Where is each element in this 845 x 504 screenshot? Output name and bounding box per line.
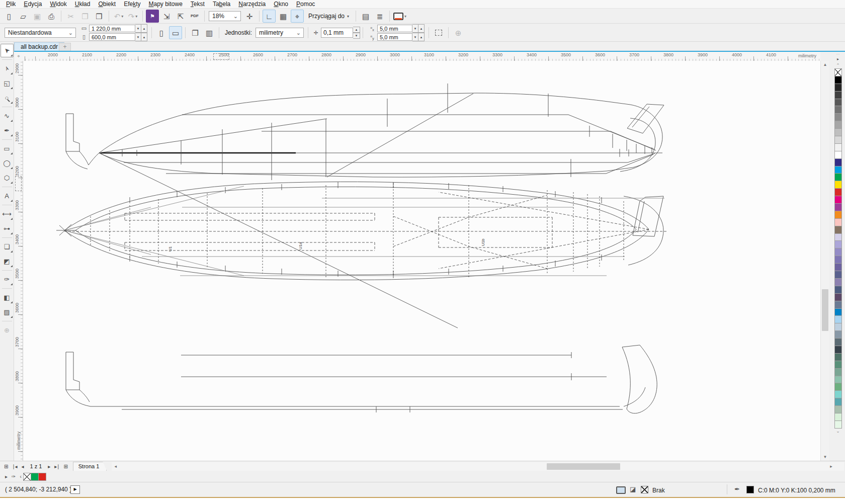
palette-swatch[interactable] — [834, 91, 842, 99]
palette-swatch[interactable] — [834, 76, 842, 84]
zoom-tool[interactable]: ○ — [1, 91, 14, 105]
no-color-swatch[interactable] — [23, 473, 31, 481]
palette-swatch[interactable] — [834, 323, 842, 331]
duplicate-distance-y-field[interactable]: 5,0 mm — [377, 33, 412, 41]
paste-button[interactable]: ❒ — [93, 10, 106, 23]
palette-swatch[interactable] — [834, 188, 842, 196]
add-page-end-button[interactable]: ⊞ — [61, 464, 69, 469]
snap-to-button[interactable]: Przyciągaj do▾ — [304, 10, 353, 23]
redo-button[interactable]: ↷▾ — [126, 10, 139, 23]
landscape-orientation-button[interactable]: ▭ — [169, 26, 182, 39]
palette-swatch[interactable] — [834, 346, 842, 354]
nudge-distance-field[interactable]: 0,1 mm — [321, 28, 353, 38]
add-page-start-button[interactable]: ⊞ — [2, 464, 10, 469]
open-button[interactable]: ▱ — [17, 10, 30, 23]
menu-item-obiekt[interactable]: Obiekt — [94, 0, 120, 9]
palette-swatch[interactable] — [834, 113, 842, 121]
palette-flyout-icon[interactable]: ▸ — [837, 57, 839, 63]
duplicate-distance-x-field[interactable]: 5,0 mm — [377, 25, 412, 32]
menu-item-okno[interactable]: Okno — [270, 0, 292, 9]
palette-swatch[interactable] — [834, 390, 842, 398]
object-properties-button[interactable]: ≣ — [373, 10, 386, 23]
first-page-button[interactable]: ∣◂ — [10, 464, 19, 469]
menu-item-mapy-bitowe[interactable]: Mapy bitowe — [144, 0, 186, 9]
menu-item-tekst[interactable]: Tekst — [187, 0, 209, 9]
new-document-button[interactable]: ▯ — [3, 10, 16, 23]
next-page-button[interactable]: ▸ — [46, 464, 52, 469]
fill-color-swatch[interactable] — [641, 486, 648, 493]
show-rulers-button[interactable]: ∟ — [263, 10, 276, 23]
treat-as-filled-button[interactable] — [432, 26, 445, 39]
undo-button[interactable]: ↶▾ — [112, 10, 125, 23]
document-palette-swatch[interactable] — [38, 473, 46, 481]
palette-swatch[interactable] — [834, 256, 842, 264]
previous-page-button[interactable]: ◂ — [19, 464, 26, 469]
interactive-fill-tool[interactable]: ▨ — [1, 305, 14, 319]
palette-swatch[interactable] — [834, 136, 842, 144]
palette-swatch[interactable] — [834, 383, 842, 391]
zoom-to-page-button[interactable]: ✛ — [243, 10, 256, 23]
ruler-origin-button[interactable]: ⌖ — [14, 52, 23, 61]
palette-swatch[interactable] — [834, 263, 842, 271]
coordinates-options-button[interactable]: ▶ — [70, 485, 80, 494]
menu-item-plik[interactable]: Plik — [2, 0, 20, 9]
palette-swatch[interactable] — [834, 308, 842, 316]
scroll-left-icon[interactable]: ◂ — [112, 462, 119, 471]
page-height-spinner[interactable]: ▼▲ — [135, 33, 147, 41]
print-button[interactable]: ⎙ — [45, 10, 58, 23]
palette-swatch[interactable] — [834, 376, 842, 384]
palette-swatch[interactable] — [834, 158, 842, 166]
color-proof-icon[interactable] — [616, 486, 626, 494]
current-page-size-button[interactable]: ▥ — [203, 26, 216, 39]
page-height-field[interactable]: 600,0 mm — [89, 33, 135, 41]
spin-up-icon[interactable]: ▲ — [141, 24, 147, 33]
page-tab[interactable]: Strona 1 — [73, 462, 107, 471]
spin-up-icon[interactable]: ▲ — [141, 33, 147, 41]
palette-swatch[interactable] — [834, 368, 842, 376]
menu-item-pomoc[interactable]: Pomoc — [292, 0, 319, 9]
palette-scroll-down-icon[interactable]: ⌄ — [836, 429, 840, 435]
palette-swatch[interactable] — [834, 315, 842, 323]
document-tab[interactable]: all backup.cdr — [14, 42, 64, 51]
page-size-preset-combo[interactable]: Niestandardowa ⌄ — [5, 28, 76, 38]
palette-swatch[interactable] — [834, 301, 842, 309]
export-button[interactable]: ⇱ — [174, 10, 187, 23]
all-pages-size-button[interactable]: ❐ — [189, 26, 202, 39]
artistic-media-tool[interactable]: ✒ — [1, 124, 14, 137]
palette-swatch[interactable] — [834, 181, 842, 189]
publish-to-pdf-button[interactable]: PDF — [188, 10, 201, 23]
nudge-spinner[interactable]: ▲▼ — [353, 27, 360, 39]
palette-swatch[interactable] — [834, 405, 842, 413]
duplicate-y-spinner[interactable]: ▼▲ — [412, 33, 425, 41]
palette-swatch[interactable] — [834, 83, 842, 92]
palette-swatch[interactable] — [834, 286, 842, 294]
spin-down-icon[interactable]: ▼ — [135, 33, 141, 41]
palette-swatch[interactable] — [834, 338, 842, 346]
pick-tool[interactable]: ➤ — [1, 44, 14, 57]
crop-tool[interactable]: ◱ — [1, 76, 14, 90]
drawing-canvas[interactable]: U1 U1a U1b — [23, 61, 820, 461]
hull-drawing[interactable]: U1 U1a U1b — [23, 61, 820, 461]
portrait-orientation-button[interactable]: ▯ — [155, 26, 168, 39]
scroll-up-icon[interactable]: ▲ — [821, 61, 829, 68]
units-combo[interactable]: milimetry ⌄ — [256, 28, 304, 38]
vertical-ruler[interactable]: 2900300031003200330034003500360037003800… — [14, 61, 23, 461]
palette-swatch[interactable] — [834, 211, 842, 219]
palette-swatch[interactable] — [834, 143, 842, 151]
scroll-right-icon[interactable]: ▸ — [827, 462, 835, 471]
menu-item-edycja[interactable]: Edycja — [20, 0, 46, 9]
rectangle-tool[interactable]: ▭ — [1, 142, 14, 155]
palette-swatch[interactable] — [834, 151, 842, 159]
spin-down-icon[interactable]: ▼ — [135, 24, 141, 33]
dimension-tool[interactable]: ⟷ — [1, 207, 14, 221]
outline-color-swatch[interactable] — [746, 486, 754, 493]
palette-swatch[interactable] — [834, 99, 842, 107]
drop-shadow-tool[interactable]: ❏ — [1, 240, 14, 254]
transparency-tool[interactable]: ◩ — [1, 255, 14, 268]
palette-swatch[interactable] — [834, 293, 842, 301]
palette-swatch[interactable] — [834, 271, 842, 279]
horizontal-scrollbar[interactable]: ◂ ▸ — [112, 462, 844, 471]
customize-toolbox[interactable]: ⊕ — [1, 323, 14, 337]
palette-swatch[interactable] — [834, 361, 842, 369]
spin-up-icon[interactable]: ▲ — [418, 24, 425, 33]
